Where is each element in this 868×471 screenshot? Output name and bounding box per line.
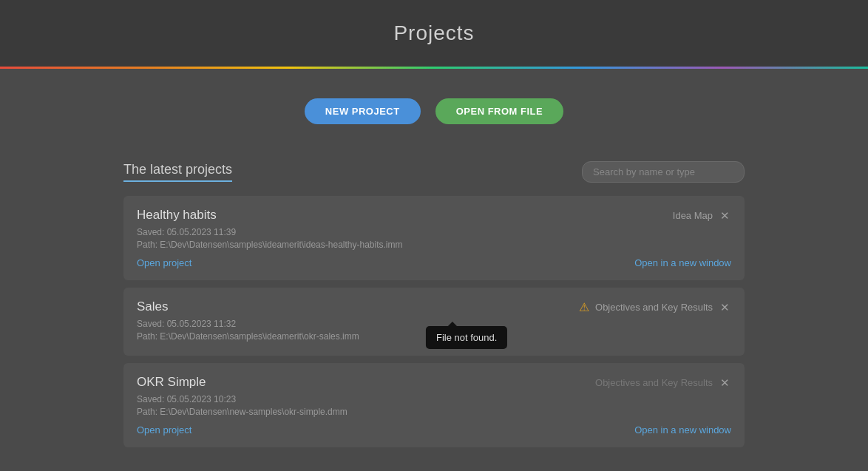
project-name: OKR Simple	[137, 375, 206, 390]
card-type-row: Objectives and Key Results ✕	[595, 377, 731, 388]
card-actions: Open project Open in a new window	[137, 257, 731, 268]
open-project-button[interactable]: Open project	[137, 424, 191, 436]
project-type: Objectives and Key Results	[595, 302, 713, 313]
open-from-file-button[interactable]: OPEN FROM FILE	[435, 98, 564, 124]
new-project-button[interactable]: NEW PROJECT	[305, 98, 421, 124]
project-saved: Saved: 05.05.2023 11:32	[137, 319, 731, 329]
card-type-row: Idea Map ✕	[673, 210, 731, 221]
project-type: Objectives and Key Results	[595, 377, 713, 388]
card-header-sales: Sales ⚠ Objectives and Key Results ✕	[137, 299, 731, 314]
card-type-row: ⚠ Objectives and Key Results ✕	[579, 300, 731, 314]
open-in-new-window-button[interactable]: Open in a new window	[634, 257, 731, 268]
top-bar: Projects	[0, 0, 868, 67]
project-card-sales: Sales ⚠ Objectives and Key Results ✕ Sav…	[123, 288, 745, 356]
page-title: Projects	[393, 21, 474, 45]
card-header-healthy-habits: Healthy habits Idea Map ✕	[137, 208, 731, 223]
card-header-okr-simple: OKR Simple Objectives and Key Results ✕	[137, 375, 731, 390]
projects-section: The latest projects Healthy habits Idea …	[123, 161, 745, 447]
project-name: Healthy habits	[137, 208, 217, 223]
close-button[interactable]: ✕	[719, 210, 731, 221]
close-button[interactable]: ✕	[719, 377, 731, 388]
open-project-button[interactable]: Open project	[137, 257, 191, 268]
project-path: Path: E:\Dev\Datensen\new-samples\okr-si…	[137, 407, 731, 417]
project-card-healthy-habits: Healthy habits Idea Map ✕ Saved: 05.05.2…	[123, 196, 745, 280]
project-card-okr-simple: OKR Simple Objectives and Key Results ✕ …	[123, 363, 745, 447]
warning-icon[interactable]: ⚠	[579, 300, 589, 314]
projects-section-title: The latest projects	[123, 162, 232, 182]
project-type: Idea Map	[673, 210, 713, 221]
close-button[interactable]: ✕	[719, 302, 731, 313]
project-name: Sales	[137, 299, 169, 314]
search-input[interactable]	[582, 161, 745, 183]
card-actions: Open project Open in a new window	[137, 424, 731, 436]
open-in-new-window-button[interactable]: Open in a new window	[634, 424, 731, 436]
project-saved: Saved: 05.05.2023 10:23	[137, 394, 731, 404]
project-path: Path: E:\Dev\Datensen\samples\ideamerit\…	[137, 331, 731, 342]
projects-header: The latest projects	[123, 161, 745, 183]
project-path: Path: E:\Dev\Datensen\samples\ideamerit\…	[137, 240, 731, 250]
project-saved: Saved: 05.05.2023 11:39	[137, 227, 731, 237]
